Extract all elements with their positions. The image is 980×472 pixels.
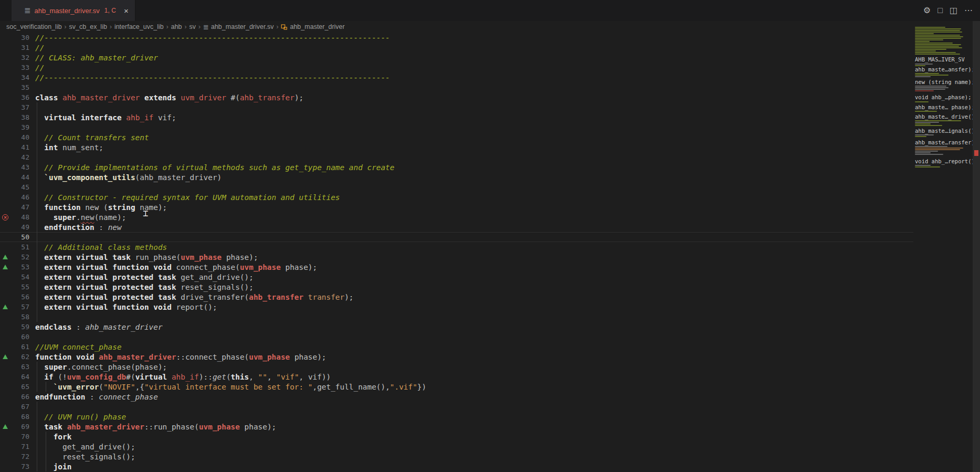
code-text: // Constructor - required syntax for UVM… bbox=[35, 193, 340, 202]
line-number: 45 bbox=[10, 183, 29, 191]
scrollbar[interactable] bbox=[973, 21, 980, 472]
code-line-57[interactable]: 57 extern virtual function void report()… bbox=[0, 302, 913, 312]
minimap-stripe bbox=[915, 122, 939, 123]
code-line-53[interactable]: 53 extern virtual function void connect_… bbox=[0, 262, 913, 272]
minimap-stripe bbox=[915, 123, 931, 124]
code-line-62[interactable]: 62function void ahb_master_driver::conne… bbox=[0, 352, 913, 362]
code-line-67[interactable]: 67 bbox=[0, 402, 913, 412]
breadcrumb-separator: › bbox=[166, 23, 168, 30]
breadcrumb-label: soc_verification_lib bbox=[6, 23, 62, 30]
line-number: 43 bbox=[10, 163, 29, 171]
code-line-40[interactable]: 40 // Count transfers sent bbox=[0, 132, 913, 142]
line-number: 65 bbox=[10, 383, 29, 391]
minimap-stripe bbox=[915, 151, 938, 152]
minimap-stripe bbox=[915, 28, 961, 29]
code-line-55[interactable]: 55 extern virtual protected task reset_s… bbox=[0, 282, 913, 292]
code-line-70[interactable]: 70 fork bbox=[0, 432, 913, 442]
indent-guide bbox=[37, 402, 37, 471]
code-line-45[interactable]: 45 bbox=[0, 182, 913, 192]
line-number: 69 bbox=[10, 423, 29, 431]
code-line-64[interactable]: 64 if (!uvm_config_db#(virtual ahb_if)::… bbox=[0, 372, 913, 382]
file-icon: ≣ bbox=[203, 23, 209, 31]
overview-ruler-error-mark bbox=[974, 150, 978, 156]
gutter-spacer bbox=[0, 43, 10, 53]
minimap-stripe bbox=[915, 86, 946, 87]
line-number: 37 bbox=[10, 103, 29, 111]
breadcrumb-item-soc-verification-lib[interactable]: soc_verification_lib bbox=[6, 23, 62, 30]
minimap-stripe bbox=[915, 152, 931, 153]
tab-ahb-master-driver[interactable]: ≣ ahb_master_driver.sv 1, C × bbox=[12, 0, 135, 21]
breadcrumb-item-ahb[interactable]: ahb bbox=[171, 23, 182, 30]
gutter-spacer bbox=[0, 432, 10, 442]
code-text: reset_signals(); bbox=[35, 453, 135, 461]
code-line-49[interactable]: 49 endfunction : new bbox=[0, 222, 913, 232]
code-line-68[interactable]: 68 // UVM run() phase bbox=[0, 412, 913, 422]
code-line-63[interactable]: 63 super.connect_phase(phase); bbox=[0, 362, 913, 372]
code-line-44[interactable]: 44 `uvm_component_utils(ahb_master_drive… bbox=[0, 172, 913, 182]
code-line-41[interactable]: 41 int num_sent; bbox=[0, 142, 913, 152]
code-line-61[interactable]: 61//UVM connect_phase bbox=[0, 342, 913, 352]
code-line-73[interactable]: 73 join bbox=[0, 461, 913, 471]
minimap[interactable]: AHB_MAS…IVER_SVahb_maste…ansfer);new (st… bbox=[915, 0, 973, 472]
breadcrumb-item-ahb-master-driver-sv[interactable]: ≣ahb_master_driver.sv bbox=[203, 23, 273, 31]
minimap-stripe bbox=[915, 87, 949, 88]
code-line-34[interactable]: 34//------------------------------------… bbox=[0, 72, 913, 82]
code-line-37[interactable]: 37 bbox=[0, 102, 913, 112]
gutter-marker bbox=[0, 302, 10, 312]
code-line-59[interactable]: 59endclass : ahb_master_driver bbox=[0, 322, 913, 332]
code-line-71[interactable]: 71 get_and_drive(); bbox=[0, 442, 913, 452]
code-editor[interactable]: 30//------------------------------------… bbox=[0, 33, 980, 472]
code-line-56[interactable]: 56 extern virtual protected task drive_t… bbox=[0, 292, 913, 302]
minimap-stripe bbox=[915, 89, 945, 90]
code-line-54[interactable]: 54 extern virtual protected task get_and… bbox=[0, 272, 913, 282]
minimap-stripe bbox=[915, 54, 960, 55]
code-line-33[interactable]: 33// bbox=[0, 62, 913, 72]
code-line-69[interactable]: 69 task ahb_master_driver::run_phase(uvm… bbox=[0, 422, 913, 432]
gutter-marker bbox=[0, 262, 10, 272]
code-text: //--------------------------------------… bbox=[35, 34, 390, 42]
code-line-32[interactable]: 32// CLASS: ahb_master_driver bbox=[0, 53, 913, 62]
code-line-65[interactable]: 65 `uvm_error("NOVIF",{"virtual interfac… bbox=[0, 382, 913, 392]
line-number: 55 bbox=[10, 283, 29, 291]
code-text: extern virtual protected task drive_tran… bbox=[35, 293, 354, 301]
code-line-39[interactable]: 39 bbox=[0, 122, 913, 132]
code-line-66[interactable]: 66endfunction : connect_phase bbox=[0, 392, 913, 402]
code-line-52[interactable]: 52 extern virtual task run_phase(uvm_pha… bbox=[0, 252, 913, 262]
minimap-stripe bbox=[915, 90, 934, 91]
minimap-stripe bbox=[915, 76, 931, 77]
code-line-50[interactable]: 50 bbox=[0, 232, 913, 242]
close-icon[interactable]: × bbox=[124, 6, 129, 15]
code-text: join bbox=[35, 463, 71, 471]
code-line-60[interactable]: 60 bbox=[0, 332, 913, 342]
code-line-43[interactable]: 43 // Provide implmentations of virtual … bbox=[0, 162, 913, 172]
gutter-spacer bbox=[0, 62, 10, 72]
gutter-triangle-icon bbox=[3, 265, 8, 269]
gutter-spacer bbox=[0, 412, 10, 422]
code-line-72[interactable]: 72 reset_signals(); bbox=[0, 452, 913, 461]
code-line-36[interactable]: 36class ahb_master_driver extends uvm_dr… bbox=[0, 92, 913, 102]
code-line-58[interactable]: 58 bbox=[0, 312, 913, 322]
code-line-46[interactable]: 46 // Constructor - required syntax for … bbox=[0, 192, 913, 202]
line-number: 40 bbox=[10, 133, 29, 141]
gutter-spacer bbox=[0, 461, 10, 471]
breadcrumb-label: ahb_master_driver bbox=[290, 23, 344, 30]
breadcrumb-item-sv-cb-ex-lib[interactable]: sv_cb_ex_lib bbox=[69, 23, 107, 30]
breadcrumb-item-interface-uvc-lib[interactable]: interface_uvc_lib bbox=[114, 23, 164, 30]
code-line-47[interactable]: 47 function new (string name); bbox=[0, 202, 913, 212]
code-line-38[interactable]: 38 virtual interface ahb_if vif; bbox=[0, 112, 913, 122]
code-line-42[interactable]: 42 bbox=[0, 152, 913, 162]
gutter-error-marker: ✕ bbox=[0, 212, 10, 222]
code-line-51[interactable]: 51 // Additional class methods bbox=[0, 242, 913, 252]
code-line-30[interactable]: 30//------------------------------------… bbox=[0, 33, 913, 43]
gutter-spacer bbox=[0, 402, 10, 412]
gutter-marker bbox=[0, 352, 10, 362]
breadcrumb-item-ahb-master-driver[interactable]: ahb_master_driver bbox=[281, 23, 344, 30]
code-line-48[interactable]: ✕48 super.new(name); bbox=[0, 212, 913, 222]
breadcrumb-item-sv[interactable]: sv bbox=[189, 23, 196, 30]
code-line-35[interactable]: 35 bbox=[0, 82, 913, 92]
minimap-text: ahb_maste…_drive(); bbox=[915, 113, 978, 120]
minimap-stripe bbox=[915, 47, 962, 48]
error-icon: ✕ bbox=[2, 214, 8, 221]
gutter-spacer bbox=[0, 312, 10, 322]
code-line-31[interactable]: 31// bbox=[0, 43, 913, 53]
